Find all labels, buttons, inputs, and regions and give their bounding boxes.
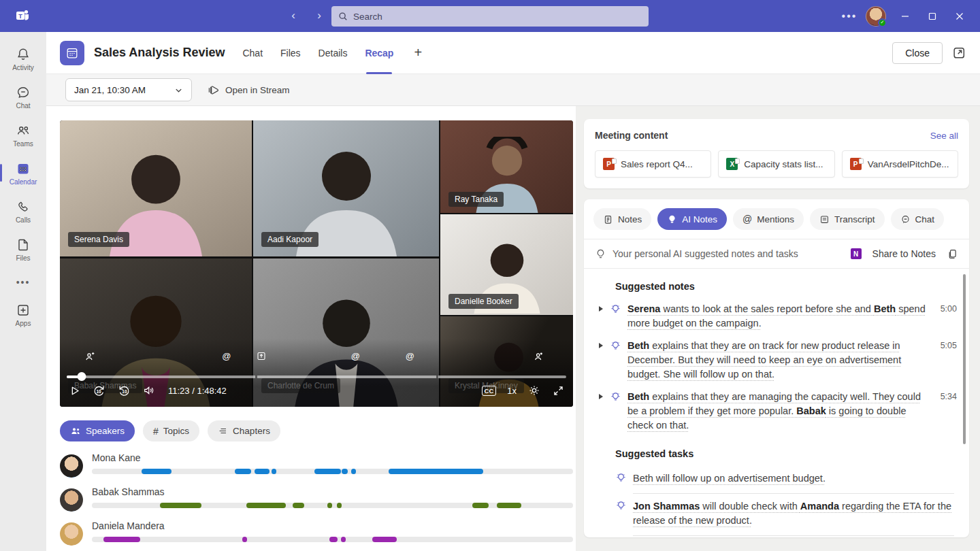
tab-transcript[interactable]: Transcript <box>810 208 885 230</box>
skip-forward-10-icon[interactable]: 10 <box>117 384 131 398</box>
tab-notes[interactable]: Notes <box>593 208 651 230</box>
sidebar-item-teams[interactable]: Teams <box>0 116 46 154</box>
filter-chapters[interactable]: Chapters <box>208 420 280 441</box>
video-tile-danielle[interactable]: Danielle Booker <box>440 214 573 315</box>
sidebar-item-activity[interactable]: Activity <box>0 40 46 78</box>
sparkle-bulb-icon <box>610 391 627 405</box>
file-icon <box>16 237 31 252</box>
nav-forward-button[interactable]: › <box>310 7 328 24</box>
see-all-link[interactable]: See all <box>930 131 958 141</box>
powerpoint-icon: P <box>850 158 862 170</box>
timeline-segment <box>314 469 341 474</box>
open-in-stream-button[interactable]: Open in Stream <box>207 84 290 97</box>
sidebar-item-more[interactable]: ••• <box>0 269 46 296</box>
tab-bar: Chat Files Details Recap + <box>242 32 422 74</box>
tab-ai-notes[interactable]: AI Notes <box>657 208 727 230</box>
share-to-notes-button[interactable]: N Share to Notes <box>851 248 936 259</box>
timeline-segment <box>372 537 397 542</box>
sidebar-item-apps[interactable]: Apps <box>0 296 46 334</box>
timeline-segment <box>472 503 489 508</box>
occurrence-dropdown[interactable]: Jan 21, 10:30 AM <box>65 78 192 101</box>
speaker-timeline-track[interactable] <box>92 503 573 508</box>
person-add-marker-icon[interactable] <box>84 351 95 362</box>
filter-topics[interactable]: # Topics <box>143 420 199 441</box>
suggested-task: Beth will follow up on advertisement bud… <box>595 466 957 494</box>
more-options-icon[interactable]: ••• <box>838 10 860 22</box>
timeline-segment <box>351 469 356 474</box>
note-timestamp[interactable]: 5:05 <box>928 341 957 350</box>
file-chip[interactable]: P Sales report Q4... <box>595 150 711 178</box>
expand-caret-icon[interactable] <box>599 306 610 312</box>
svg-text:10: 10 <box>96 388 101 393</box>
video-tile-ray[interactable]: Ray Tanaka <box>440 120 573 213</box>
mention-marker-icon[interactable]: @ <box>222 351 231 361</box>
svg-text:T: T <box>18 13 22 20</box>
skip-back-10-icon[interactable]: 10 <box>92 384 106 398</box>
add-tab-button[interactable]: + <box>414 45 422 61</box>
tab-mentions[interactable]: @ Mentions <box>733 208 804 230</box>
sparkle-bulb-icon <box>610 340 627 354</box>
speaker-timeline-track[interactable] <box>92 469 573 474</box>
expand-caret-icon[interactable] <box>599 394 610 399</box>
expand-caret-icon[interactable] <box>599 343 610 348</box>
player-controls: 10 10 11:23 / 1:48:42 CC 1x <box>68 379 565 402</box>
at-icon: @ <box>742 214 752 224</box>
popout-icon[interactable] <box>952 46 966 60</box>
volume-icon[interactable] <box>142 384 156 397</box>
sidebar-item-chat[interactable]: Chat <box>0 78 46 116</box>
recap-toolbar: Jan 21, 10:30 AM Open in Stream <box>46 74 980 106</box>
filter-speakers[interactable]: Speakers <box>60 420 135 441</box>
sparkle-bulb-icon <box>615 472 633 486</box>
avatar[interactable]: ✓ <box>866 6 886 27</box>
teams-app: T ‹ › ••• ✓ Activity Chat <box>0 0 980 551</box>
maximize-button[interactable] <box>919 0 946 32</box>
svg-text:10: 10 <box>122 388 127 393</box>
search-input[interactable] <box>353 12 642 22</box>
suggested-tasks-list: Beth will follow up on advertisement bud… <box>595 466 957 536</box>
close-button[interactable]: Close <box>892 42 943 64</box>
player-overlay: @@@ 10 10 11:23 / <box>60 339 573 407</box>
search-icon <box>338 12 348 21</box>
timeline-segment <box>389 469 483 474</box>
captions-button[interactable]: CC <box>482 386 497 396</box>
play-button[interactable] <box>68 384 81 397</box>
timeline-segment <box>497 503 522 508</box>
tab-details[interactable]: Details <box>318 32 348 74</box>
timeline-segment <box>341 537 346 542</box>
file-chip[interactable]: X Capacity stats list... <box>718 150 834 178</box>
tab-chat[interactable]: Chat <box>891 208 945 230</box>
note-timestamp[interactable]: 5:00 <box>928 304 957 314</box>
player-settings-icon[interactable] <box>527 384 541 397</box>
sidebar-item-files[interactable]: Files <box>0 231 46 269</box>
sidebar-item-calls[interactable]: Calls <box>0 193 46 231</box>
sidebar-item-calendar[interactable]: Calendar <box>0 154 46 193</box>
mention-marker-icon[interactable]: @ <box>351 351 360 361</box>
person-marker-icon[interactable] <box>533 351 544 362</box>
meeting-calendar-icon <box>60 41 84 65</box>
app-rail: Activity Chat Teams Calendar Calls Files… <box>0 32 46 551</box>
minimize-button[interactable] <box>892 0 919 32</box>
participant-name: Ray Tanaka <box>448 192 504 207</box>
calendar-icon <box>16 161 31 176</box>
mention-marker-icon[interactable]: @ <box>406 351 414 361</box>
speaker-timeline-track[interactable] <box>92 537 573 542</box>
transcript-icon <box>819 214 830 224</box>
meeting-content-card: Meeting content See all P Sales report Q… <box>584 119 969 188</box>
playback-speed-button[interactable]: 1x <box>507 386 517 396</box>
search-bar[interactable] <box>331 6 649 27</box>
video-tile-serena[interactable]: Serena Davis <box>60 120 252 256</box>
avatar <box>60 488 83 512</box>
tab-files[interactable]: Files <box>280 32 301 74</box>
fullscreen-icon[interactable] <box>552 384 565 397</box>
video-tile-aadi[interactable]: Aadi Kapoor <box>253 120 439 256</box>
tab-recap[interactable]: Recap <box>365 32 393 74</box>
nav-back-button[interactable]: ‹ <box>284 7 302 24</box>
notepad-icon <box>603 214 613 224</box>
scrollbar-thumb[interactable] <box>963 274 966 444</box>
file-chip[interactable]: P VanArsdelPitchDe... <box>842 150 958 178</box>
note-timestamp[interactable]: 5:34 <box>928 392 957 401</box>
close-window-button[interactable] <box>946 0 973 32</box>
copy-icon[interactable] <box>947 248 958 260</box>
tab-chat[interactable]: Chat <box>242 32 263 74</box>
share-marker-icon[interactable] <box>256 351 266 361</box>
